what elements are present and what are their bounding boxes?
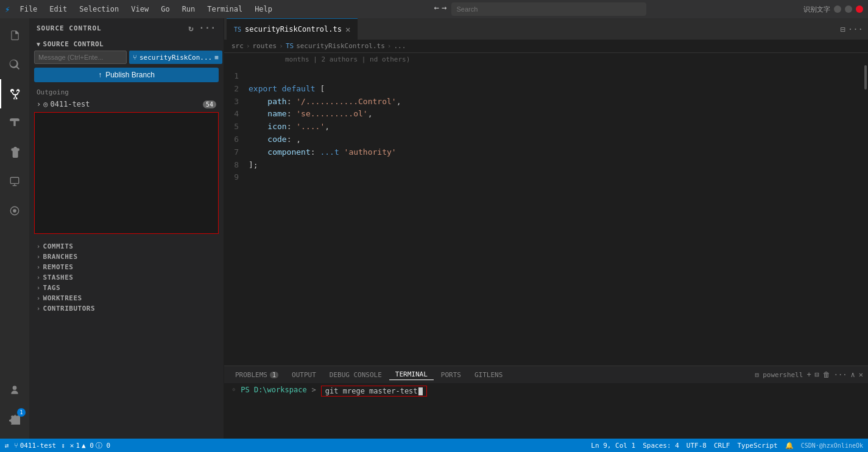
term-tab-problems[interactable]: PROBLEMS 1 (229, 370, 284, 380)
menu-edit[interactable]: Edit (44, 4, 72, 15)
title-bar: ⚡ File Edit Selection View Go Run Termin… (0, 0, 868, 18)
terminal-collapse-icon[interactable]: ∧ (851, 370, 855, 379)
menu-run[interactable]: Run (177, 4, 200, 15)
sep1: › (246, 42, 250, 50)
tab-bar: TS securityRiskControl.ts ✕ ⊟ ··· (224, 18, 868, 40)
scrollbar[interactable] (859, 65, 868, 365)
section-stashes[interactable]: › STASHES (34, 272, 219, 283)
encoding[interactable]: UTF-8 (686, 442, 707, 450)
activity-extensions[interactable] (0, 138, 29, 167)
minimize-btn[interactable] (834, 5, 841, 13)
menu-help[interactable]: Help (250, 4, 277, 15)
ts-icon: TS (234, 26, 241, 33)
terminal-add-icon[interactable]: + (806, 370, 811, 379)
breadcrumb-src[interactable]: src (231, 42, 244, 50)
split-editor-icon[interactable]: ⊟ (840, 24, 845, 34)
spaces-setting[interactable]: Spaces: 4 (643, 442, 679, 450)
activity-search[interactable] (0, 50, 29, 79)
publish-icon: ↑ (98, 71, 102, 79)
notifications-icon[interactable]: 🔔 (785, 442, 794, 450)
menu-selection[interactable]: Selection (74, 4, 124, 15)
section-branches[interactable]: › BRANCHES (34, 252, 219, 262)
cursor-position[interactable]: Ln 9, Col 1 (591, 442, 635, 450)
menu-terminal[interactable]: Terminal (202, 4, 247, 15)
section-commits[interactable]: › COMMITS (34, 241, 219, 252)
tab-close-icon[interactable]: ✕ (345, 24, 350, 34)
sc-sub-header: ▼ SOURCE CONTROL (34, 38, 219, 51)
error-status[interactable]: ✕ 1 ▲ 0 ⓘ 0 (70, 441, 110, 450)
section-worktrees[interactable]: › WORKTREES (34, 293, 219, 303)
publish-label: Publish Branch (105, 71, 155, 79)
terminal-command-text: git mrege master-test (325, 387, 418, 395)
terminal-trash-icon[interactable]: 🗑 (823, 370, 830, 379)
info-status: ⓘ 0 (96, 441, 110, 450)
editor-content[interactable]: 1 2 export default [ 3 path: '/.........… (224, 65, 868, 365)
commit-circle-icon: ◎ (43, 100, 48, 108)
menu-bar: File Edit Selection View Go Run Terminal… (15, 4, 277, 15)
term-tab-output[interactable]: OUTPUT (286, 370, 322, 380)
menu-file[interactable]: File (15, 4, 42, 15)
section-contributors[interactable]: › CONTRIBUTORS (34, 303, 219, 314)
command-search[interactable] (451, 2, 646, 16)
activity-source-control[interactable] (0, 79, 29, 108)
scroll-thumb (864, 65, 867, 90)
terminal-prompt-arrow: > (312, 386, 316, 394)
commit-message-input[interactable] (34, 51, 127, 64)
breadcrumb-file[interactable]: securityRiskControl.ts (296, 42, 385, 50)
activity-remote[interactable] (0, 167, 29, 196)
code-line-6: 6 code: , (224, 133, 868, 146)
close-btn[interactable] (856, 5, 863, 13)
branch-status[interactable]: ⑂ 0411-test (14, 442, 57, 450)
sidebar-more-icon[interactable]: ··· (199, 23, 216, 33)
menu-go[interactable]: Go (156, 4, 174, 15)
commits-label: COMMITS (43, 242, 74, 250)
maximize-btn[interactable] (845, 5, 852, 13)
menu-view[interactable]: View (126, 4, 153, 15)
sidebar-header: SOURCE CONTROL ↻ ··· (29, 18, 224, 35)
source-control-section: ▼ SOURCE CONTROL ⑂ securityRiskCon... ≡ … (29, 35, 224, 239)
term-tab-ports[interactable]: PORTS (435, 370, 467, 380)
activity-gitlens[interactable] (0, 196, 29, 225)
terminal-more-icon[interactable]: ··· (834, 370, 847, 379)
terminal-split-icon[interactable]: ⊟ (815, 370, 819, 379)
back-arrow[interactable]: ← (434, 2, 439, 16)
remote-icon[interactable]: ⇄ (5, 442, 9, 450)
term-tab-debug[interactable]: DEBUG CONSOLE (323, 370, 388, 380)
more-actions-icon[interactable]: ··· (848, 24, 863, 34)
sync-status[interactable]: ↕ (61, 442, 65, 450)
commit-item[interactable]: › ◎ 0411-test 54 (34, 99, 219, 110)
branch-selector[interactable]: ⑂ securityRiskCon... ≡ (129, 51, 222, 64)
tab-label: securityRiskControl.ts (245, 25, 342, 34)
editor-tab-active[interactable]: TS securityRiskControl.ts ✕ (227, 18, 358, 40)
remote-text: 识别文字 (803, 5, 830, 14)
activity-explorer[interactable] (0, 21, 29, 50)
term-tab-terminal[interactable]: TERMINAL (389, 369, 434, 380)
remotes-label: REMOTES (43, 263, 74, 271)
commits-chevron: › (37, 243, 41, 250)
activity-accounts[interactable] (0, 375, 29, 404)
activity-settings[interactable]: 1 (0, 404, 29, 434)
terminal-close-icon[interactable]: ✕ (859, 370, 863, 379)
section-remotes[interactable]: › REMOTES (34, 262, 219, 272)
publish-branch-button[interactable]: ↑ Publish Branch (34, 68, 219, 82)
activity-run-debug[interactable] (0, 108, 29, 138)
terminal-content[interactable]: ◦ PS D:\workspace > git mrege master-tes… (224, 383, 868, 439)
language-mode[interactable]: TypeScript (737, 442, 777, 450)
stashes-chevron: › (37, 274, 41, 281)
commit-badge: 54 (203, 101, 216, 108)
remote-arrows: ⇄ (5, 442, 9, 450)
main-layout: 1 SOURCE CONTROL ↻ ··· ▼ SOURCE CONTROL … (0, 18, 868, 439)
sep2: › (279, 42, 283, 50)
line-ending[interactable]: CRLF (714, 442, 730, 450)
shell-name[interactable]: powershell (763, 371, 803, 379)
author-bar: months | 2 authors | nd others) (224, 53, 868, 65)
term-tab-gitlens[interactable]: GITLENS (468, 370, 509, 380)
breadcrumb-routes[interactable]: routes (253, 42, 277, 50)
forward-arrow[interactable]: → (442, 2, 446, 16)
sidebar-refresh-icon[interactable]: ↻ (188, 23, 194, 33)
settings-badge: 1 (17, 408, 26, 417)
section-tags[interactable]: › TAGS (34, 283, 219, 293)
breadcrumb-more[interactable]: ... (393, 42, 406, 50)
sc-sub-title: SOURCE CONTROL (43, 40, 104, 48)
warning-status: ▲ 0 (82, 442, 94, 450)
